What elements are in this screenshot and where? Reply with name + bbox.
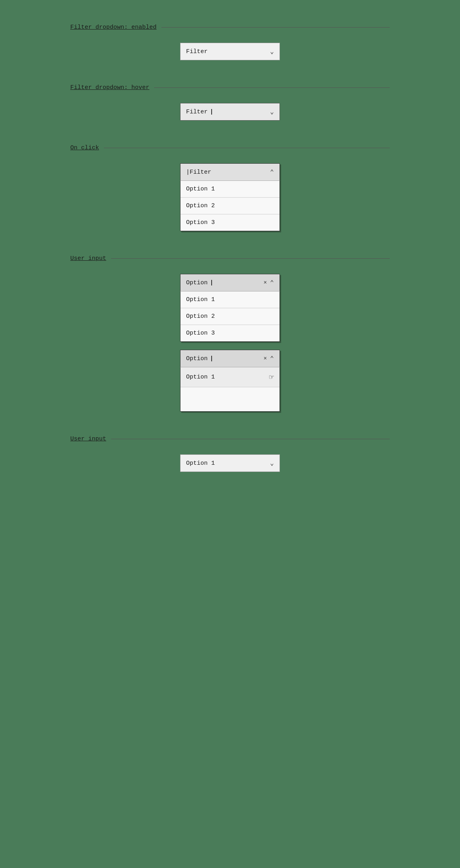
chevron-down-icon-enabled: ⌄: [270, 48, 274, 55]
filter-open-text: |Filter: [186, 169, 211, 176]
trigger-controls-filtered: × ⌃: [264, 355, 274, 363]
dropdown-area-hover: Filter ⌄: [70, 103, 390, 121]
section-header-user-input-selected: User input: [70, 436, 390, 442]
trigger-controls-full: × ⌃: [264, 279, 274, 287]
user-input-trigger-filtered[interactable]: Option × ⌃: [180, 350, 280, 367]
section-title-user-input-selected: User input: [70, 436, 106, 442]
chevron-up-icon-onclick: ⌃: [270, 168, 274, 176]
filter-dropdown-open-panel: Option 1 Option 2 Option 3: [180, 181, 280, 231]
section-onclick: On click |Filter ⌃ Option 1 Option 2 Opt…: [70, 145, 390, 231]
section-title-user-input: User input: [70, 255, 106, 262]
user-input-panel-full: Option 1 Option 2 Option 3: [180, 291, 280, 342]
section-header-onclick: On click: [70, 145, 390, 151]
user-input-dropdown-filtered: Option × ⌃ Option 1 ☞: [180, 350, 280, 412]
section-divider-user-input-selected: [111, 439, 390, 439]
filter-dropdown-hover[interactable]: Filter ⌄: [180, 103, 280, 121]
dropdown-area-enabled: Filter ⌄: [70, 43, 390, 60]
section-header-hover: Filter dropdown: hover: [70, 84, 390, 91]
section-enabled: Filter dropdown: enabled Filter ⌄: [70, 24, 390, 60]
section-header-user-input: User input: [70, 255, 390, 262]
chevron-down-icon-hover: ⌄: [270, 108, 274, 116]
section-user-input: User input Option × ⌃ Option 1 Option 2 …: [70, 255, 390, 412]
pointer-cursor-icon: ☞: [269, 372, 274, 382]
section-divider-enabled: [161, 27, 390, 28]
user-input-option-2-full[interactable]: Option 2: [180, 308, 280, 325]
chevron-up-icon-filtered: ⌃: [270, 355, 274, 363]
dropdown-option-1-onclick[interactable]: Option 1: [180, 181, 280, 198]
section-title-onclick: On click: [70, 145, 99, 151]
user-input-option-1-filtered[interactable]: Option 1 ☞: [180, 367, 280, 387]
filtered-empty-space: [180, 387, 280, 411]
section-header-enabled: Filter dropdown: enabled: [70, 24, 390, 31]
clear-icon-full[interactable]: ×: [264, 279, 267, 286]
section-title-hover: Filter dropdown: hover: [70, 84, 149, 91]
user-input-panel-filtered: Option 1 ☞: [180, 367, 280, 412]
chevron-down-icon-selected: ⌄: [270, 459, 274, 467]
filter-dropdown-enabled[interactable]: Filter ⌄: [180, 43, 280, 60]
user-input-option-1-full[interactable]: Option 1: [180, 291, 280, 308]
dropdown-option-2-onclick[interactable]: Option 2: [180, 198, 280, 214]
dropdown-option-3-onclick[interactable]: Option 3: [180, 214, 280, 231]
selected-trigger-text: Option 1: [186, 460, 215, 467]
user-input-dropdown-full: Option × ⌃ Option 1 Option 2 Option 3: [180, 274, 280, 342]
filter-dropdown-open-trigger[interactable]: |Filter ⌃: [180, 163, 280, 181]
section-title-enabled: Filter dropdown: enabled: [70, 24, 157, 31]
section-divider-onclick: [104, 148, 390, 148]
dropdown-area-selected: Option 1 ⌄: [70, 454, 390, 472]
user-input-text-filtered: Option: [186, 355, 212, 362]
section-divider-hover: [154, 87, 390, 88]
section-hover: Filter dropdown: hover Filter ⌄: [70, 84, 390, 121]
section-user-input-selected: User input Option 1 ⌄: [70, 436, 390, 472]
filter-trigger-text-enabled: Filter: [186, 48, 208, 55]
user-input-option-3-full[interactable]: Option 3: [180, 325, 280, 341]
user-input-trigger-full[interactable]: Option × ⌃: [180, 274, 280, 291]
clear-icon-filtered[interactable]: ×: [264, 355, 267, 362]
page-container: Filter dropdown: enabled Filter ⌄ Filter…: [70, 24, 390, 496]
filtered-option-text: Option 1: [186, 374, 215, 380]
user-input-stack: Option × ⌃ Option 1 Option 2 Option 3 Op…: [70, 274, 390, 412]
filter-dropdown-selected[interactable]: Option 1 ⌄: [180, 454, 280, 472]
filter-dropdown-open: |Filter ⌃ Option 1 Option 2 Option 3: [180, 163, 280, 231]
chevron-up-icon-full: ⌃: [270, 279, 274, 287]
section-divider-user-input: [111, 258, 390, 259]
filter-trigger-text-hover: Filter: [186, 109, 212, 115]
user-input-text-full: Option: [186, 279, 212, 286]
dropdown-area-onclick: |Filter ⌃ Option 1 Option 2 Option 3: [70, 163, 390, 231]
